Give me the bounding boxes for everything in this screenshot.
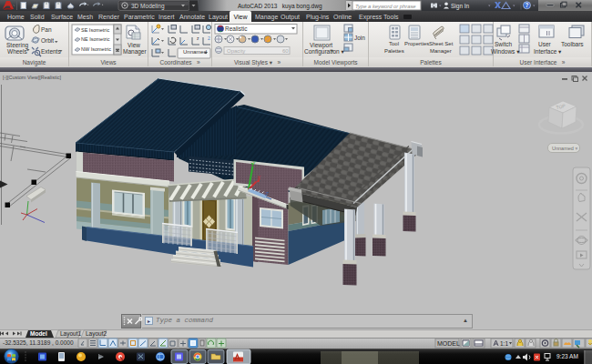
svg-text:2: 2 — [208, 35, 210, 41]
svg-text:MODEL: MODEL — [437, 340, 460, 347]
svg-text:z: z — [197, 35, 199, 41]
svg-text:?: ? — [526, 2, 529, 8]
svg-text:Z: Z — [264, 191, 269, 197]
svg-text:1:1: 1:1 — [500, 340, 508, 347]
